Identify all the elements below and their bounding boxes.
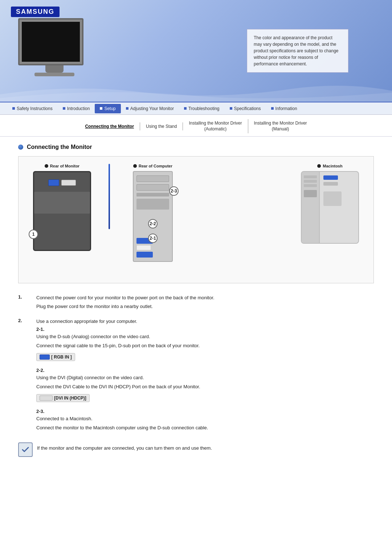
mac-slot-3 xyxy=(304,184,317,187)
nav-bullet xyxy=(12,107,15,110)
port-shape-dvi xyxy=(40,396,53,401)
label-dot-icon xyxy=(133,164,137,168)
mac-right-panel xyxy=(320,172,358,243)
main-navbar: Safety Instructions Introduction Setup A… xyxy=(0,102,392,115)
subnav-label: Installing the Monitor Driver(Manual) xyxy=(254,121,307,131)
mac-drive xyxy=(304,190,317,197)
port-label-rgb: [ RGB IN ] xyxy=(51,355,72,360)
nav-bullet xyxy=(100,107,102,110)
note-row: If the monitor and the computer are conn… xyxy=(18,442,374,457)
macintosh-tower-illustration xyxy=(301,171,359,244)
step-text-1b: Plug the power cord for the monitor into… xyxy=(36,303,374,310)
instruction-item-2: 2. Use a connection appropriate for your… xyxy=(18,318,374,436)
step-number-2: 2. xyxy=(18,318,29,436)
substep-label-2-1: 2-1. xyxy=(36,327,374,332)
instructions-list: 1. Connect the power cord for your monit… xyxy=(18,294,374,436)
nav-item-introduction[interactable]: Introduction xyxy=(58,104,95,113)
step-number-1: 1. xyxy=(18,294,29,311)
mac-slot-2 xyxy=(304,180,317,183)
subnav-label: Connecting the Monitor xyxy=(85,124,134,129)
nav-bullet xyxy=(126,107,128,110)
mac-port-2 xyxy=(323,182,338,186)
nav-label: Specifications xyxy=(234,106,261,111)
nav-label: Safety Instructions xyxy=(17,106,53,111)
port-icon-rgb: [ RGB IN ] xyxy=(36,353,75,361)
substep-2-1: 2-1. Using the D-sub (Analog) connector … xyxy=(36,327,374,363)
substep-label-2-3: 2-3. xyxy=(36,409,374,414)
substep-desc2-2-1: Connect the signal cable to the 15-pin, … xyxy=(36,342,374,349)
nav-item-adjusting[interactable]: Adjusting Your Monitor xyxy=(121,104,179,113)
badge-2-1: 2-1 xyxy=(148,234,158,243)
subnav-connecting[interactable]: Connecting the Monitor xyxy=(79,122,140,130)
substep-desc1-2-3: Connected to a Macintosh. xyxy=(36,415,374,422)
subnav-label: Using the Stand xyxy=(146,124,177,129)
mac-left-panel xyxy=(302,172,320,243)
label-dot-icon xyxy=(317,164,321,168)
step-body-1: Connect the power cord for your monitor … xyxy=(36,294,374,311)
substep-desc2-2-3: Connect the monitor to the Macintosh com… xyxy=(36,424,374,432)
nav-item-troubleshooting[interactable]: Troubleshooting xyxy=(179,104,225,113)
macintosh-label: Macintosh xyxy=(317,164,342,168)
dvi-port xyxy=(61,180,76,186)
nav-label: Adjusting Your Monitor xyxy=(130,106,174,111)
nav-item-information[interactable]: Information xyxy=(266,104,302,113)
monitor-ports-row xyxy=(48,179,76,186)
nav-label: Information xyxy=(275,106,297,111)
nav-bullet xyxy=(184,107,187,110)
nav-bullet xyxy=(230,107,232,110)
monitor-stand xyxy=(45,65,64,73)
checkmark-icon xyxy=(21,445,30,454)
nav-label: Introduction xyxy=(67,106,90,111)
banner: SAMSUNG The color and appearance of the … xyxy=(0,0,392,102)
instruction-item-1: 1. Connect the power cord for your monit… xyxy=(18,294,374,311)
samsung-logo: SAMSUNG xyxy=(11,7,60,17)
rear-computer-section: Rear of Computer 2-2 2-1 2-3 xyxy=(120,164,185,262)
subnav-stand[interactable]: Using the Stand xyxy=(140,122,183,130)
banner-notice-box: The color and appearance of the product … xyxy=(247,29,348,73)
mac-slot-1 xyxy=(304,175,317,178)
label-dot-icon xyxy=(45,164,48,168)
nav-item-safety[interactable]: Safety Instructions xyxy=(7,104,58,113)
port-shape-rgb xyxy=(40,355,50,360)
banner-notice-text: The color and appearance of the product … xyxy=(254,35,338,66)
subnav: Connecting the Monitor Using the Stand I… xyxy=(0,115,392,137)
note-icon xyxy=(18,442,33,457)
mac-port-1 xyxy=(323,175,338,180)
nav-item-specifications[interactable]: Specifications xyxy=(225,104,266,113)
monitor-base xyxy=(34,73,74,76)
tower-port-blue-2 xyxy=(136,252,153,258)
rear-computer-label: Rear of Computer xyxy=(133,164,172,168)
monitor-body xyxy=(18,18,83,65)
port-icon-dvi: [DVI IN (HDCP)] xyxy=(36,394,90,402)
cable-line xyxy=(109,164,110,229)
step-text-1a: Connect the power cord for your monitor … xyxy=(36,294,374,301)
substep-2-3: 2-3. Connected to a Macintosh. Connect t… xyxy=(36,409,374,432)
nav-bullet xyxy=(271,107,274,110)
floppy-slot xyxy=(136,193,169,197)
substep-2-2: 2-2. Using the DVI (Digital) connector o… xyxy=(36,368,374,404)
substep-label-2-2: 2-2. xyxy=(36,368,374,373)
step-body-2: Use a connection appropriate for your co… xyxy=(36,318,374,436)
banner-monitor-illustration xyxy=(18,18,91,76)
substep-desc1-2-1: Using the D-sub (Analog) connector on th… xyxy=(36,333,374,340)
subnav-driver-manual[interactable]: Installing the Monitor Driver(Manual) xyxy=(248,119,313,133)
cable-connector xyxy=(106,164,113,229)
page-title-row: Connecting the Monitor xyxy=(18,144,374,150)
badge-2-2: 2-2 xyxy=(148,219,158,228)
main-content: Connecting the Monitor Rear of Monitor 1 xyxy=(0,137,392,471)
substep-desc2-2-2: Connect the DVI Cable to the DVI IN (HDC… xyxy=(36,383,374,390)
tower-port-white xyxy=(136,245,151,250)
subnav-driver-auto[interactable]: Installing the Monitor Driver(Automatic) xyxy=(183,119,248,133)
computer-tower-illustration: 2-2 2-1 2-3 xyxy=(133,171,173,262)
nav-item-setup[interactable]: Setup xyxy=(95,104,121,113)
cd-drive-2 xyxy=(136,184,169,191)
page-title: Connecting the Monitor xyxy=(27,144,92,150)
rgb-port xyxy=(48,179,59,186)
port-label-dvi: [DVI IN (HDCP)] xyxy=(54,396,86,401)
banner-wave-decoration xyxy=(0,80,392,102)
monitor-rear-illustration: 1 xyxy=(33,171,91,251)
cd-drive xyxy=(136,175,169,182)
note-text: If the monitor and the computer are conn… xyxy=(37,442,212,452)
title-dot-icon xyxy=(18,145,23,150)
drive-bay xyxy=(136,199,169,210)
